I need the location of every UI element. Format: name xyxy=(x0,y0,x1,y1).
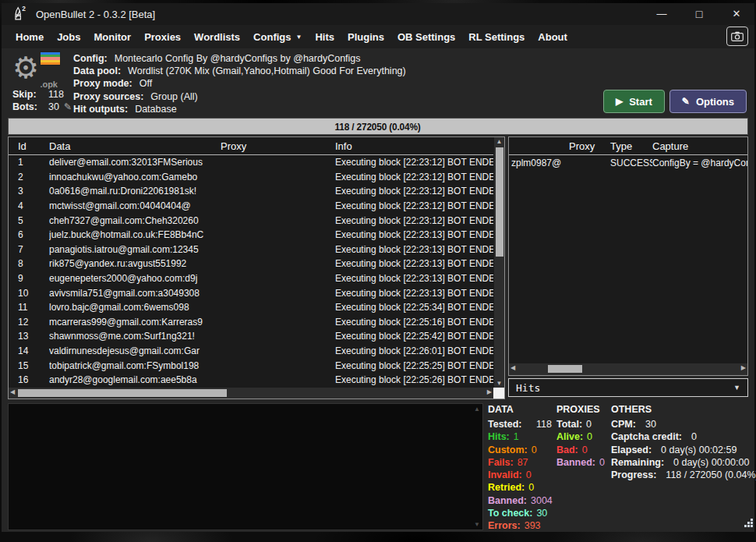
menu-item-rl-settings[interactable]: RL Settings xyxy=(468,31,525,43)
cell-info: Executing block [22:26:01] BOT ENDED WI xyxy=(335,345,493,356)
camera-icon xyxy=(731,31,744,41)
stat-tested: Tested:118 xyxy=(488,418,556,430)
menu-item-monitor[interactable]: Monitor xyxy=(94,31,131,43)
hits-filter-dropdown[interactable]: Hits ▼ xyxy=(508,378,748,397)
chevron-down-icon: ▼ xyxy=(296,34,302,41)
cell-data: rik875@yandex.ru:avgust551992 xyxy=(49,258,221,269)
edit-bots-icon[interactable]: ✎ xyxy=(64,101,72,112)
cell-info: Executing block [22:23:13] BOT ENDED WI xyxy=(335,288,493,299)
scroll-left-icon[interactable]: ◀ xyxy=(10,388,15,395)
stat-remaining: Remaining:0 day(s) 00:00:00 xyxy=(611,456,756,469)
stat-value: 0 xyxy=(526,469,532,480)
options-button[interactable]: ✎ Options xyxy=(669,90,747,113)
resize-grip-icon[interactable] xyxy=(744,517,754,531)
hscroll-thumb[interactable] xyxy=(18,389,227,397)
stats-column-data: DATATested:118Hits:1Custom:0Fails:87Inva… xyxy=(488,404,556,533)
column-header-id[interactable]: Id xyxy=(18,140,49,152)
svg-text:2: 2 xyxy=(22,5,26,12)
results-table-header: Id Data Proxy Info xyxy=(9,137,493,155)
bots-value: 30 xyxy=(48,101,59,112)
column-header-info[interactable]: Info xyxy=(335,140,493,152)
scroll-left-icon[interactable]: ◀ xyxy=(510,364,515,371)
hit-outputs-value: Database xyxy=(135,103,177,115)
table-row[interactable]: 10avivsmila751@gmail.com:a3049308Executi… xyxy=(9,285,493,300)
stat-label: To check: xyxy=(488,508,532,519)
hit-outputs-label: Hit outputs: xyxy=(73,103,128,115)
stat-label: Invalid: xyxy=(488,469,522,480)
proxy-mode-label: Proxy mode: xyxy=(73,77,132,90)
table-row[interactable]: 6juelz.buck@hotmail.co.uk:FE8Bb4nCExecut… xyxy=(9,228,493,243)
cell-data: zplm0987@ xyxy=(511,158,569,168)
cell-data: mctwisst@gmail.com:04040404@ xyxy=(49,200,221,211)
window-title: OpenBullet 2 - 0.3.2 [Beta] xyxy=(36,9,655,20)
scroll-up-icon[interactable]: ▲ xyxy=(494,138,504,145)
cell-id: 16 xyxy=(18,374,49,385)
cell-info: Executing block [22:25:42] BOT ENDED WI xyxy=(335,331,493,342)
scroll-right-icon[interactable]: ▶ xyxy=(741,364,746,371)
results-rows: 1deliver@email.com:32013FMSeriousExecuti… xyxy=(9,155,493,388)
close-button[interactable]: ✕ xyxy=(730,8,744,20)
column-header-type[interactable]: Type xyxy=(610,140,652,152)
table-row[interactable]: 4mctwisst@gmail.com:04040404@Executing b… xyxy=(9,199,493,214)
screenshot-button[interactable] xyxy=(726,27,748,46)
pencil-icon: ✎ xyxy=(682,96,690,107)
table-row[interactable]: 1deliver@email.com:32013FMSeriousExecuti… xyxy=(9,155,493,170)
minimize-button[interactable]: — xyxy=(655,8,669,20)
skip-value: 118 xyxy=(48,89,64,100)
menu-item-home[interactable]: Home xyxy=(16,31,44,43)
column-header-proxy[interactable]: Proxy xyxy=(569,140,610,152)
stats-panel: DATATested:118Hits:1Custom:0Fails:87Inva… xyxy=(483,403,756,533)
scroll-up-icon[interactable]: ▲ xyxy=(474,406,480,413)
table-row[interactable]: 11lovro.bajc@gmail.com:6wems098Executing… xyxy=(9,300,493,315)
column-header-proxy[interactable]: Proxy xyxy=(221,140,335,152)
table-row[interactable]: 9eugenepeters2000@yahoo.com:d9jExecuting… xyxy=(9,271,493,286)
vscroll-thumb[interactable] xyxy=(496,147,503,257)
table-row[interactable]: 5cheh7327@gmail.com:Cheh320260Executing … xyxy=(9,213,493,228)
menu-item-proxies[interactable]: Proxies xyxy=(144,31,181,43)
table-row[interactable]: 7panagiotis.iatrou@gmail.com:12345Execut… xyxy=(9,243,493,257)
table-row[interactable]: 15tobipatrick@gmail.com:FSymbol198Execut… xyxy=(9,358,493,373)
cell-info: Executing block [22:23:13] BOT ENDED WI xyxy=(335,273,493,284)
maximize-button[interactable]: □ xyxy=(692,8,706,20)
results-vscrollbar[interactable]: ▲ ▼ xyxy=(493,137,504,388)
table-row[interactable]: 16andyr28@googlemail.com:aee5b8aExecutin… xyxy=(9,373,493,388)
scroll-down-icon[interactable]: ▼ xyxy=(494,380,504,387)
table-row[interactable]: 14valdirnunesdejesus@gmail.com:GarExecut… xyxy=(9,344,493,359)
table-row[interactable]: 30a0616@mail.ru:Droni22061981sk!Executin… xyxy=(9,184,493,199)
hits-hscrollbar[interactable]: ◀ ▶ xyxy=(509,363,747,375)
column-header-data[interactable]: Data xyxy=(49,140,221,152)
cell-info: Executing block [22:23:12] BOT ENDED WI xyxy=(335,172,493,182)
scroll-down-icon[interactable]: ▼ xyxy=(474,521,480,528)
cell-capture: ConfigBy = @hardyConf xyxy=(652,158,747,168)
hscroll-thumb[interactable] xyxy=(548,365,582,373)
stat-label: Progress: xyxy=(611,469,656,480)
stat-total: Total:0 xyxy=(556,418,611,430)
menu-item-wordlists[interactable]: Wordlists xyxy=(194,31,240,43)
menu-bar: Home Jobs Monitor Proxies Wordlists Conf… xyxy=(2,25,754,48)
cell-data: 0a0616@mail.ru:Droni22061981sk! xyxy=(49,186,221,197)
hits-filter-value: Hits xyxy=(516,382,540,394)
stat-bad: Bad:0 xyxy=(556,444,611,456)
table-row[interactable]: 12mcarreras999@gmail.com:Karreras9Execut… xyxy=(9,315,493,330)
config-field: Config: Montecarlo Config By @hardyConfi… xyxy=(73,52,748,65)
table-row[interactable]: 8rik875@yandex.ru:avgust551992Executing … xyxy=(9,257,493,271)
menu-item-about[interactable]: About xyxy=(538,31,567,43)
menu-item-ob-settings[interactable]: OB Settings xyxy=(397,31,455,43)
results-hscrollbar[interactable]: ◀ ▶ xyxy=(9,388,493,399)
stat-value: 0 xyxy=(587,431,592,442)
stat-captcha-credit: Captcha credit:0 xyxy=(611,430,756,443)
menu-item-configs[interactable]: Configs ▼ xyxy=(253,31,302,43)
table-row[interactable]: 13shawnmoss@me.com:Surf1ng321!Executing … xyxy=(9,329,493,344)
column-header-capture[interactable]: Capture xyxy=(652,140,747,152)
cell-data: innoachukwu@yahoo.com:Gamebo xyxy=(49,172,221,182)
menu-item-jobs[interactable]: Jobs xyxy=(57,31,80,43)
scroll-right-icon[interactable]: ▶ xyxy=(487,388,492,395)
menu-item-plugins[interactable]: Plugins xyxy=(348,31,384,43)
cell-id: 14 xyxy=(18,345,49,356)
start-button[interactable]: ▶ Start xyxy=(603,90,665,113)
table-row[interactable]: zplm0987@SUCCESSConfigBy = @hardyConf xyxy=(509,155,747,170)
table-row[interactable]: 2innoachukwu@yahoo.com:GameboExecuting b… xyxy=(9,170,493,185)
stat-retried: Retried:0 xyxy=(488,481,556,494)
stat-value: 87 xyxy=(518,457,528,468)
menu-item-hits[interactable]: Hits xyxy=(315,31,334,43)
